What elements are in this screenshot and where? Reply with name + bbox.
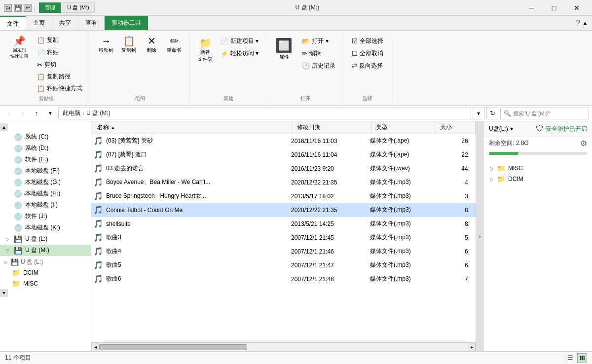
col-header-date[interactable]: 修改日期 <box>293 121 372 134</box>
breadcrumb-drive[interactable]: U 盘 (M:) <box>86 109 111 117</box>
list-view-button[interactable]: ☰ <box>565 353 575 363</box>
nav-back-button[interactable]: ‹ <box>3 108 15 119</box>
nav-forward-button[interactable]: › <box>17 108 29 119</box>
refresh-button[interactable]: ↻ <box>486 108 498 119</box>
panel-collapse-button[interactable]: › <box>476 121 483 351</box>
minimize-button[interactable]: ─ <box>520 0 543 16</box>
move-to-button[interactable]: → 移动到 <box>95 34 117 56</box>
sidebar-scroll-down-button[interactable]: ▼ <box>0 289 8 297</box>
sidebar-label-i: 本地磁盘 (I:) <box>25 201 58 209</box>
tab-drive[interactable]: U 盘 (M:) <box>62 2 95 13</box>
col-header-name[interactable]: 名称 ▲ <box>93 121 293 134</box>
ribbon-tab-file[interactable]: 文件 <box>0 16 26 30</box>
scroll-thumb[interactable] <box>99 344 247 350</box>
new-folder-button[interactable]: 📁 新建文件夹 <box>194 36 216 65</box>
rename-button[interactable]: ✏ 重命名 <box>163 34 185 56</box>
security-badge[interactable]: 🛡 安全防护已开启 <box>536 124 587 133</box>
address-dropdown-button[interactable]: ▾ <box>473 108 484 119</box>
table-row[interactable]: 🎵 Connie Talbot - Count On Me 2020/12/22… <box>91 203 476 217</box>
panel-tree-item-misc[interactable]: ▷ 📁 MISC <box>484 163 592 174</box>
table-row[interactable]: 🎵 (07) [蔡琴] 渡口 2016/11/16 11:04 媒体文件(.ap… <box>91 148 476 162</box>
history-button[interactable]: 🕐 历史记录 <box>298 60 339 72</box>
table-row[interactable]: 🎵 歌曲3 2007/12/1 21:45 媒体文件(.mp3) 5, <box>91 231 476 245</box>
sidebar-item-dcim[interactable]: 📁 DCIM <box>0 267 91 278</box>
sidebar-item-e[interactable]: 💿 软件 (E:) <box>0 154 91 165</box>
right-panel-header: U盘(L:) ▾ 🛡 安全防护已开启 <box>484 121 592 137</box>
table-row[interactable]: 🎵 歌曲6 2007/12/1 21:48 媒体文件(.mp3) 7, <box>91 272 476 286</box>
sidebar-item-k[interactable]: 💿 本地磁盘 (K:) <box>0 222 91 233</box>
ribbon-tab-home[interactable]: 主页 <box>26 16 52 30</box>
ribbon-expand-icon[interactable]: ▲ <box>582 20 588 27</box>
delete-button[interactable]: ✕ 删除 <box>141 34 162 56</box>
edit-button[interactable]: ✏ 编辑 <box>298 48 339 59</box>
panel-tree-item-dcim[interactable]: ▷ 📁 DCIM <box>484 174 592 184</box>
maximize-button[interactable]: □ <box>543 0 565 16</box>
right-panel: U盘(L:) ▾ 🛡 安全防护已开启 剩余空间: 2.8G ⚙ ▷ 📁 MISC <box>483 121 592 351</box>
invert-selection-button[interactable]: ⇄ 反向选择 <box>348 60 387 72</box>
sidebar-item-c[interactable]: 💿 系统 (C:) <box>0 131 91 143</box>
sidebar-item-d[interactable]: 💿 系统 (D:) <box>0 143 91 154</box>
ribbon-tab-share[interactable]: 共享 <box>52 16 78 30</box>
copy-path-button[interactable]: 📋 复制路径 <box>34 71 86 82</box>
sidebar-label-d: 系统 (D:) <box>25 144 48 152</box>
sidebar-item-m[interactable]: ▽ 💾 U 盘 (M:) <box>0 245 91 256</box>
sidebar-item-h[interactable]: 💿 本地磁盘 (H:) <box>0 188 91 199</box>
table-row[interactable]: 🎵 Boyce Avenue、Bea Miller - We Can't... … <box>91 176 476 189</box>
col-header-size[interactable]: 大小 <box>436 121 476 134</box>
select-all-button[interactable]: ☑ 全部选择 <box>348 36 387 47</box>
scroll-track[interactable] <box>99 343 468 352</box>
sidebar-item-g[interactable]: 💿 本地磁盘 (G:) <box>0 177 91 188</box>
nav-recent-button[interactable]: ▼ <box>44 108 56 119</box>
file-name-cell: 🎵 shellsuite <box>93 219 291 228</box>
grid-view-button[interactable]: ⊞ <box>577 353 587 363</box>
sidebar: ▲ 💿 系统 (C:) 💿 系统 (D:) 💿 软件 (E:) 💿 本地磁盘 (… <box>0 121 91 351</box>
copy-button[interactable]: 📋 复制 <box>34 35 86 46</box>
address-path[interactable]: 此电脑 › U 盘 (M:) <box>58 108 471 119</box>
paste-shortcut-button[interactable]: 📋 粘贴快捷方式 <box>34 83 86 94</box>
sidebar-item-f[interactable]: 💿 本地磁盘 (F:) <box>0 165 91 177</box>
cut-button[interactable]: ✂ 剪切 <box>34 59 86 71</box>
copy-to-button[interactable]: 📋 复制到 <box>118 34 140 56</box>
table-row[interactable]: 🎵 歌曲4 2007/12/1 21:46 媒体文件(.mp3) 6, <box>91 245 476 258</box>
nav-up-button[interactable]: ↑ <box>31 108 42 119</box>
table-row[interactable]: 🎵 shellsuite 2013/5/21 14:25 媒体文件(.mp3) … <box>91 217 476 231</box>
tab-manage[interactable]: 管理 <box>39 2 61 13</box>
new-buttons: 📁 新建文件夹 📄 新建项目 ▾ ⚡ 轻松访问 ▾ <box>194 34 262 94</box>
cut-label: 剪切 <box>44 61 56 69</box>
sidebar-item-misc[interactable]: 📁 MISC <box>0 278 91 289</box>
col-header-type[interactable]: 类型 <box>372 121 436 134</box>
scroll-left-button[interactable]: ◂ <box>91 343 99 352</box>
properties-button[interactable]: 🔲 属性 <box>271 36 296 63</box>
new-folder-icon: 📁 <box>199 38 212 48</box>
sidebar-item-l[interactable]: ▷ 💾 U 盘 (L:) <box>0 233 91 245</box>
system-icon[interactable]: 🗂 <box>4 4 12 12</box>
sidebar-item-i[interactable]: 💿 本地磁盘 (I:) <box>0 199 91 211</box>
invert-label: 反向选择 <box>359 62 383 70</box>
deselect-all-button[interactable]: ☐ 全部取消 <box>348 48 387 59</box>
drive-selector[interactable]: U盘(L:) ▾ <box>489 125 513 133</box>
close-button[interactable]: ✕ <box>565 0 588 16</box>
gear-icon[interactable]: ⚙ <box>580 139 587 148</box>
sidebar-scroll-up-button[interactable]: ▲ <box>0 123 8 131</box>
clipboard-mini-group: ✂ 剪切 📋 复制路径 📋 粘贴快捷方式 <box>34 59 86 94</box>
table-row[interactable]: 🎵 03 逝去的诺言 2016/11/23 9:20 媒体文件(.wav) 44… <box>91 162 476 176</box>
paste-button[interactable]: 📄 粘贴 <box>34 47 86 58</box>
ribbon-tab-view[interactable]: 查看 <box>78 16 105 30</box>
ribbon-tab-drive-tools[interactable]: 驱动器工具 <box>105 16 148 30</box>
table-row[interactable]: 🎵 歌曲5 2007/12/1 21:47 媒体文件(.mp3) 6, <box>91 258 476 272</box>
easy-access-button[interactable]: ⚡ 轻松访问 ▾ <box>217 48 262 59</box>
file-name-text: Bruce Springsteen - Hungry Heart女... <box>106 192 206 200</box>
breadcrumb-pc[interactable]: 此电脑 <box>63 109 80 117</box>
save-icon[interactable]: 💾 <box>14 4 22 12</box>
open-button[interactable]: 📂 打开 ▾ <box>298 36 339 47</box>
table-row[interactable]: 🎵 Bruce Springsteen - Hungry Heart女... 2… <box>91 189 476 203</box>
scroll-right-button[interactable]: ▸ <box>468 343 476 352</box>
search-input[interactable] <box>513 110 586 116</box>
ribbon-help-icon[interactable]: ? <box>576 19 580 28</box>
music-icon: 🎵 <box>93 178 103 187</box>
new-item-button[interactable]: 📄 新建项目 ▾ <box>217 36 262 47</box>
sidebar-item-j[interactable]: 💿 软件 (J:) <box>0 211 91 222</box>
pin-quick-access-button[interactable]: 📌 固定到快速访问 <box>7 34 32 94</box>
undo-icon[interactable]: ↩ <box>24 4 32 12</box>
table-row[interactable]: 🎵 (03) [黄莺莺] 哭砂 2016/11/16 11:03 媒体文件(.a… <box>91 134 476 148</box>
